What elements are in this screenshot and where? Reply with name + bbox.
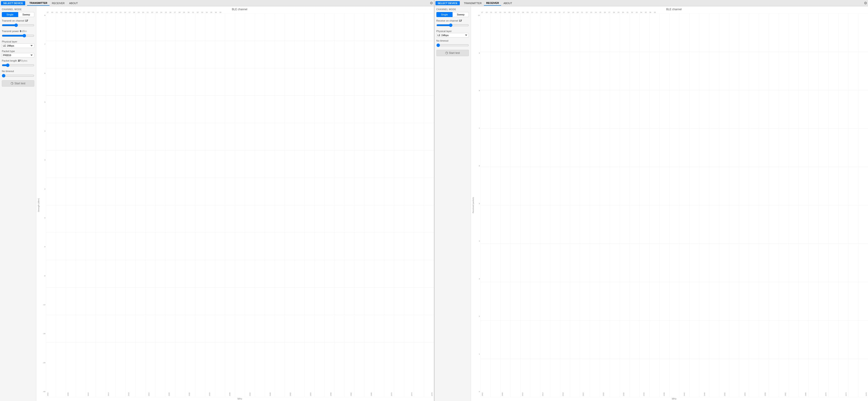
left-transmit-channel-row: Transmit on channel 17 bbox=[2, 19, 34, 22]
left-no-timeout-row: No timeout bbox=[2, 70, 34, 73]
right-chart-title: BLE channel bbox=[471, 6, 868, 11]
left-sidebar: CHANNEL MODE Single Sweep Transmit on ch… bbox=[0, 6, 36, 401]
left-y-axis-label: Strength (dBm) bbox=[37, 198, 40, 212]
left-transmit-channel-slider-container bbox=[2, 23, 34, 28]
right-start-test-button[interactable]: ▶ Start test bbox=[436, 50, 469, 56]
right-no-timeout-label: No timeout bbox=[436, 39, 448, 42]
left-tab-receiver[interactable]: RECEIVER bbox=[50, 1, 67, 5]
left-mode-toggle: Single Sweep bbox=[2, 12, 34, 17]
left-chart-title: BLE channel bbox=[36, 6, 434, 11]
right-receive-channel-row: Receive on channel 17 bbox=[436, 19, 469, 22]
left-start-test-button[interactable]: ▶ Start test bbox=[2, 80, 34, 87]
right-physical-layer-label: Physical layer bbox=[436, 30, 468, 32]
left-sweep-button[interactable]: Sweep bbox=[18, 12, 34, 17]
right-mhz-labels: 2402 2406 2410 2414 2418 2422 2426 2430 … bbox=[480, 393, 868, 397]
right-receive-channel-slider[interactable] bbox=[436, 23, 469, 27]
left-transmit-power-label: Transmit power bbox=[2, 30, 19, 32]
right-tab-receiver[interactable]: RECEIVER bbox=[484, 1, 501, 6]
left-packet-length-value: 37 bbox=[18, 59, 21, 62]
left-packet-length-slider[interactable] bbox=[2, 63, 34, 67]
left-transmit-power-slider[interactable] bbox=[2, 34, 34, 37]
left-transmit-power-value: 0 bbox=[20, 30, 21, 32]
left-channel-labels: 3700010203040506070809101112131415161718… bbox=[45, 11, 433, 13]
left-no-timeout-label: No timeout bbox=[2, 70, 14, 73]
left-tab-transmitter[interactable]: TRANSMITTER bbox=[27, 1, 50, 6]
left-packet-length-row: Packet length 37 Bytes bbox=[2, 59, 34, 62]
left-timeout-slider-container bbox=[2, 74, 34, 78]
left-chart-grid: 2402 2406 2410 2414 2418 2422 2426 2430 … bbox=[46, 13, 434, 397]
right-timeout-slider[interactable] bbox=[436, 44, 469, 47]
right-single-button[interactable]: Single bbox=[436, 12, 453, 17]
right-tab-transmitter[interactable]: TRANSMITTER bbox=[462, 1, 484, 5]
left-nav-icon: ⚙ bbox=[430, 1, 433, 5]
left-transmit-channel-slider[interactable] bbox=[2, 23, 34, 27]
left-transmit-channel-label: Transmit on channel bbox=[2, 19, 24, 22]
right-y-axis-label: Received packets bbox=[472, 197, 474, 213]
left-y-axis-values: 87654320-4-8-12-16-20-40 bbox=[41, 13, 46, 397]
right-start-test-label: Start test bbox=[449, 51, 460, 55]
left-start-test-label: Start test bbox=[14, 82, 25, 85]
right-receive-channel-slider-container bbox=[436, 23, 469, 28]
right-chart-grid: 2402 2406 2410 2414 2418 2422 2426 2430 … bbox=[480, 13, 868, 397]
right-x-axis-label: MHz bbox=[471, 397, 868, 401]
left-play-icon: ▶ bbox=[11, 82, 13, 85]
left-packet-type-select[interactable]: PRBS9 11110000 10101010 Vendor specific bbox=[2, 53, 34, 58]
left-single-button[interactable]: Single bbox=[2, 12, 18, 17]
left-mhz-labels: 2402 2406 2410 2414 2418 2422 2426 2430 … bbox=[46, 393, 434, 397]
left-transmit-channel-value: 17 bbox=[25, 19, 28, 22]
left-packet-type-label: Packet type bbox=[2, 50, 33, 53]
right-select-device-button[interactable]: SELECT DEVICE bbox=[435, 1, 460, 5]
left-physical-layer-label: Physical layer bbox=[2, 40, 33, 43]
left-select-device-button[interactable]: SELECT DEVICE bbox=[1, 1, 25, 5]
right-timeout-slider-container bbox=[436, 43, 469, 48]
right-channel-mode-label: CHANNEL MODE bbox=[436, 8, 469, 11]
right-mode-toggle: Single Sweep bbox=[436, 12, 469, 17]
left-tab-about[interactable]: ABOUT bbox=[67, 1, 80, 5]
left-transmit-power-unit: dBm bbox=[22, 30, 27, 32]
left-transmit-power-row: Transmit power 0 dBm bbox=[2, 30, 34, 32]
right-nav-icon: ⚙ bbox=[864, 1, 867, 5]
right-receive-channel-value: 17 bbox=[459, 19, 462, 22]
right-sweep-button[interactable]: Sweep bbox=[453, 12, 469, 17]
left-transmit-power-slider-container bbox=[2, 33, 34, 38]
left-nav-bar: SELECT DEVICE TRANSMITTER RECEIVER ABOUT… bbox=[0, 0, 434, 6]
left-timeout-slider[interactable] bbox=[2, 74, 34, 78]
right-nav-bar: SELECT DEVICE TRANSMITTER RECEIVER ABOUT… bbox=[435, 0, 868, 6]
right-receive-channel-label: Receive on channel bbox=[436, 19, 458, 22]
right-play-icon: ▶ bbox=[445, 52, 448, 54]
left-packet-length-unit: Bytes bbox=[21, 59, 28, 62]
right-sidebar: CHANNEL MODE Single Sweep Receive on cha… bbox=[435, 6, 471, 401]
left-packet-length-label: Packet length bbox=[2, 59, 17, 62]
left-packet-length-slider-container bbox=[2, 63, 34, 67]
right-no-timeout-row: No timeout bbox=[436, 39, 469, 42]
left-x-axis-label: MHz bbox=[36, 397, 434, 401]
right-physical-layer-select[interactable]: LE 1Mbps LE 2Mbps LE Coded S=2 LE Coded … bbox=[436, 33, 469, 37]
right-channel-labels: 3700010203040506070809101112131415161718… bbox=[480, 11, 867, 13]
left-physical-layer-select[interactable]: LE 1Mbps LE 2Mbps LE Coded S=2 LE Coded … bbox=[2, 44, 34, 48]
right-tab-about[interactable]: ABOUT bbox=[501, 1, 514, 5]
right-y-axis-values: 109876543210 bbox=[475, 13, 480, 397]
left-channel-mode-label: CHANNEL MODE bbox=[2, 8, 34, 11]
